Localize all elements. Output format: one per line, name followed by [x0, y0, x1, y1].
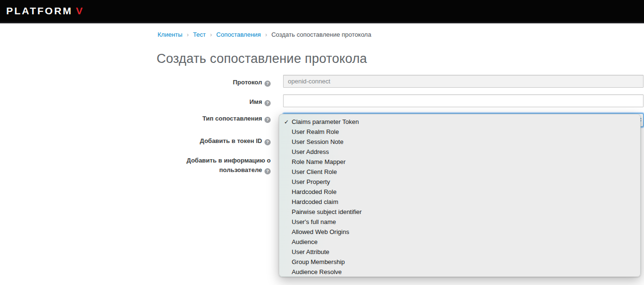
help-icon[interactable]: ?	[264, 81, 271, 87]
help-icon[interactable]: ?	[264, 168, 271, 174]
help-icon[interactable]: ?	[264, 117, 271, 123]
dropdown-option-pairwise-subject-identifier[interactable]: Pairwise subject identifier	[279, 207, 640, 217]
dropdown-option-hardcoded-claim[interactable]: Hardcoded claim	[279, 197, 640, 207]
name-label: Имя?	[157, 97, 271, 107]
dropdown-option-user-property[interactable]: User Property	[279, 177, 640, 187]
dropdown-option-user-client-role[interactable]: User Client Role	[279, 167, 640, 177]
dropdown-option-hardcoded-role[interactable]: Hardcoded Role	[279, 187, 640, 197]
dropdown-option-user-realm-role[interactable]: User Realm Role	[279, 127, 640, 137]
breadcrumb-clients-link[interactable]: Клиенты	[158, 31, 182, 38]
name-input[interactable]	[283, 94, 644, 107]
dropdown-option-user-session-note[interactable]: User Session Note	[279, 137, 640, 147]
dropdown-option-user-address[interactable]: User Address	[279, 147, 640, 157]
page-title: Создать сопоставление протокола	[157, 51, 367, 66]
add-to-userinfo-label: Добавить в информацию о пользователе?	[157, 156, 271, 175]
help-icon[interactable]: ?	[264, 100, 271, 106]
brand-text: PLATFORM	[6, 5, 73, 17]
dropdown-option-user-attribute[interactable]: User Attribute	[279, 247, 640, 257]
dropdown-option-allowed-web-origins[interactable]: Allowed Web Origins	[279, 227, 640, 237]
breadcrumb-test-link[interactable]: Тест	[193, 31, 206, 38]
add-to-id-token-label: Добавить в токен ID?	[157, 136, 271, 146]
mapper-type-dropdown-menu: ✓Claims parameter Token User Realm Role …	[279, 114, 641, 277]
breadcrumb-separator: ›	[187, 31, 189, 38]
breadcrumb-separator: ›	[210, 31, 212, 38]
breadcrumb-separator: ›	[265, 31, 267, 38]
dropdown-option-audience-resolve[interactable]: Audience Resolve	[279, 267, 640, 277]
dropdown-option-role-name-mapper[interactable]: Role Name Mapper	[279, 157, 640, 167]
mapper-type-label: Тип сопоставления?	[157, 114, 271, 123]
breadcrumb-current-page: Создать сопоставление протокола	[271, 31, 371, 38]
brand-accent-letter: V	[76, 5, 84, 17]
protocol-label: Протокол?	[157, 78, 271, 87]
breadcrumb-mappers-link[interactable]: Сопоставления	[216, 31, 261, 38]
dropdown-option-audience[interactable]: Audience	[279, 237, 640, 247]
dropdown-option-group-membership[interactable]: Group Membership	[279, 257, 640, 267]
dropdown-option-users-full-name[interactable]: User's full name	[279, 217, 640, 227]
dropdown-option-claims-parameter-token[interactable]: ✓Claims parameter Token	[279, 117, 640, 127]
top-navbar: PLATFORM V	[0, 0, 644, 23]
help-icon[interactable]: ?	[264, 139, 271, 145]
breadcrumb: Клиенты › Тест › Сопоставления › Создать…	[158, 31, 371, 38]
platform-v-logo: PLATFORM V	[6, 5, 84, 17]
protocol-input	[283, 75, 644, 88]
checkmark-icon: ✓	[284, 119, 292, 125]
